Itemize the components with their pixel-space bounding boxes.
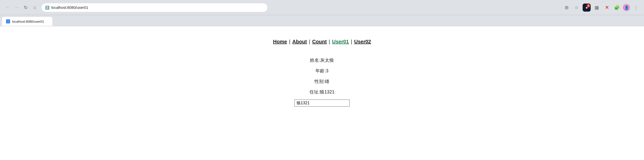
extension-button-2[interactable]: ▦ [593, 4, 601, 12]
nav-home[interactable]: Home [273, 39, 287, 45]
bookmark-button[interactable]: ☆ [573, 4, 581, 12]
nav-menu: Home | About | Count | User01 | User02 [273, 39, 371, 45]
ext-icon-2: ▦ [595, 5, 599, 10]
puzzle-icon: 🧩 [614, 5, 620, 10]
forward-icon: → [14, 5, 19, 10]
tab-title: localhost:8080/user01 [12, 20, 44, 23]
avatar[interactable]: 👤 [623, 4, 630, 11]
star-icon: ☆ [575, 5, 579, 10]
url-text: localhost:8080/user01 [51, 5, 264, 10]
browser-chrome: ← → ↻ ⌂ ℹ️ localhost:8080/user01 ⊞ ☆ ● 2… [0, 0, 644, 15]
page-content: Home | About | Count | User01 | User02 姓… [0, 26, 644, 160]
nav-count[interactable]: Count [312, 39, 327, 45]
user-gender: 性别:雄 [314, 78, 329, 84]
tab-favicon: i [6, 19, 10, 23]
nav-buttons: ← → ↻ ⌂ [4, 4, 38, 11]
extension-button-1[interactable]: ● 2 [583, 4, 591, 12]
separator-2: | [309, 39, 310, 45]
avatar-icon: 👤 [624, 6, 629, 10]
home-button[interactable]: ⌂ [31, 4, 38, 11]
translate-icon: ⊞ [565, 5, 569, 10]
tab-bar: i localhost:8080/user01 [0, 15, 644, 26]
user-info: 姓名:灰太狼 年龄:3 性别:雄 住址:狼1321 [294, 57, 350, 107]
separator-1: | [289, 39, 290, 45]
user-address: 住址:狼1321 [309, 89, 334, 95]
user-age: 年龄:3 [315, 68, 328, 74]
forward-button[interactable]: → [13, 4, 20, 11]
more-icon: ⋮ [634, 5, 638, 10]
puzzle-button[interactable]: 🧩 [613, 4, 621, 12]
nav-user01[interactable]: User01 [332, 39, 349, 45]
badge: 2 [587, 4, 590, 8]
address-input[interactable] [294, 100, 350, 107]
more-button[interactable]: ⋮ [632, 4, 640, 12]
x-icon: ✕ [605, 5, 609, 10]
reload-icon: ↻ [24, 5, 28, 10]
nav-about[interactable]: About [292, 39, 307, 45]
active-tab[interactable]: i localhost:8080/user01 [2, 17, 52, 26]
reload-button[interactable]: ↻ [22, 4, 29, 11]
translate-button[interactable]: ⊞ [562, 4, 571, 12]
user-name: 姓名:灰太狼 [310, 57, 334, 63]
back-button[interactable]: ← [4, 4, 11, 11]
address-bar[interactable]: ℹ️ localhost:8080/user01 [41, 3, 268, 12]
lock-icon: ℹ️ [45, 6, 49, 10]
back-icon: ← [5, 5, 10, 10]
close-x-button[interactable]: ✕ [603, 4, 611, 12]
browser-actions: ⊞ ☆ ● 2 ▦ ✕ 🧩 👤 ⋮ [562, 4, 640, 12]
nav-user02[interactable]: User02 [354, 39, 371, 45]
favicon-icon: i [8, 20, 8, 23]
separator-4: | [351, 39, 352, 45]
separator-3: | [329, 39, 330, 45]
home-icon: ⌂ [33, 5, 36, 10]
